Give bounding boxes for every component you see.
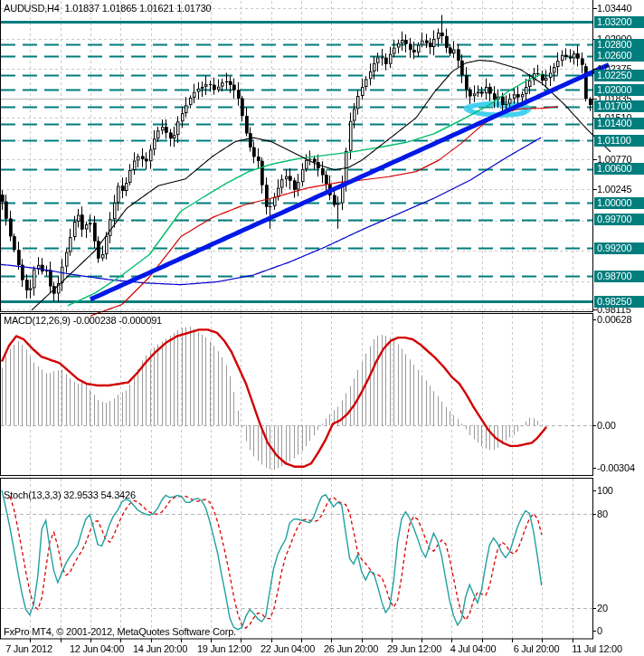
price-level-badge: 1.02250 xyxy=(594,70,644,81)
stoch-axis-tick: 20 xyxy=(597,603,608,613)
price-level-badge: 1.02600 xyxy=(594,50,644,62)
chart-canvas[interactable] xyxy=(0,0,644,656)
price-level-badge: 0.98700 xyxy=(594,271,644,282)
time-axis-label: 29 Jun 12:00 xyxy=(387,643,441,654)
time-axis-label: 11 Jul 12:00 xyxy=(572,643,622,654)
price-level-badge: 1.03200 xyxy=(594,16,644,28)
stoch-indicator-label: Stoch(13,3,3) 32.9533 54.3426 xyxy=(4,490,136,500)
price-level-badge: 0.98250 xyxy=(594,296,644,308)
macd-indicator-label: MACD(12,26,9) -0.000238 -0.000091 xyxy=(4,315,162,326)
price-level-badge: 1.01700 xyxy=(594,100,644,112)
time-axis-label: 19 Jun 12:00 xyxy=(197,643,251,654)
price-level-badge: 0.99700 xyxy=(594,214,644,225)
stoch-axis-tick: 80 xyxy=(597,509,608,519)
macd-axis-tick: -0.00304 xyxy=(597,462,635,473)
copyright-text: FxPro MT4, © 2001-2012, MetaQuotes Softw… xyxy=(4,626,236,637)
mt4-chart-window: AUDUSD,H4 1.01837 1.01865 1.01621 1.0173… xyxy=(0,0,644,656)
time-axis-label: 12 Jun 04:00 xyxy=(70,643,124,654)
time-axis-label: 22 Jun 04:00 xyxy=(260,643,315,654)
time-axis-label: 4 Jul 04:00 xyxy=(450,643,497,654)
price-level-badge: 0.99200 xyxy=(594,242,644,254)
time-axis-label: 26 Jun 20:00 xyxy=(324,643,378,654)
macd-axis-tick: 0.00628 xyxy=(597,314,631,325)
time-axis-label: 7 Jun 2012 xyxy=(5,643,52,654)
macd-axis-tick: 0.00 xyxy=(597,420,616,431)
price-level-badge: 1.00600 xyxy=(594,163,644,175)
price-level-badge: 1.01100 xyxy=(594,135,644,147)
price-axis-tick: 1.00245 xyxy=(597,184,631,195)
price-level-badge: 1.00000 xyxy=(594,197,644,209)
price-level-badge: 1.02800 xyxy=(594,39,644,51)
price-level-badge: 1.01400 xyxy=(594,118,644,129)
chart-title: AUDUSD,H4 1.01837 1.01865 1.01621 1.0173… xyxy=(4,3,212,14)
price-level-badge: 1.02000 xyxy=(594,84,644,96)
time-axis-label: 6 Jul 20:00 xyxy=(514,643,560,654)
time-axis-label: 14 Jun 20:00 xyxy=(133,643,187,654)
price-axis-tick: 1.03440 xyxy=(597,3,631,14)
stoch-axis-tick: 100 xyxy=(597,485,613,496)
stoch-axis-tick: 0 xyxy=(597,625,602,636)
